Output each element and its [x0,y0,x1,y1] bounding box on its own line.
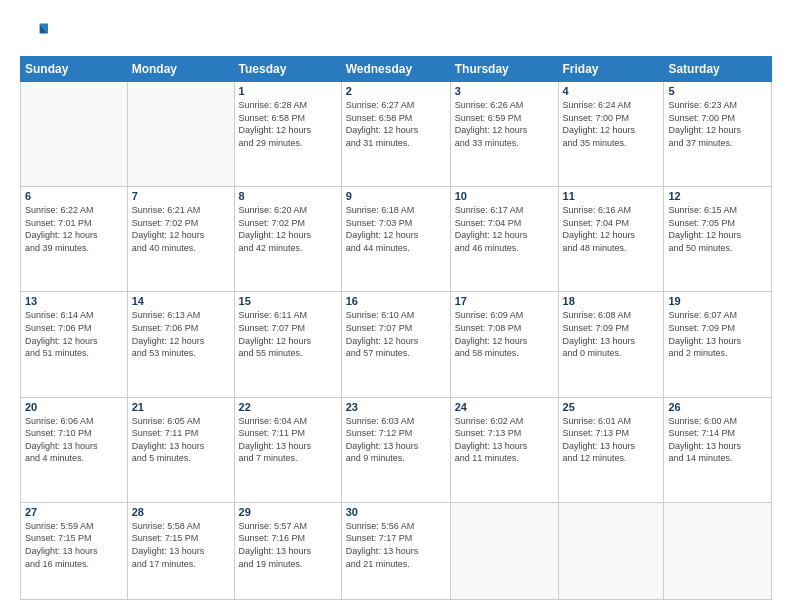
day-cell [21,82,128,187]
page: SundayMondayTuesdayWednesdayThursdayFrid… [0,0,792,612]
calendar-table: SundayMondayTuesdayWednesdayThursdayFrid… [20,56,772,600]
week-row-2: 6Sunrise: 6:22 AM Sunset: 7:01 PM Daylig… [21,187,772,292]
day-info: Sunrise: 6:11 AM Sunset: 7:07 PM Dayligh… [239,309,337,359]
day-cell: 27Sunrise: 5:59 AM Sunset: 7:15 PM Dayli… [21,502,128,599]
day-cell: 22Sunrise: 6:04 AM Sunset: 7:11 PM Dayli… [234,397,341,502]
logo-icon [20,18,48,46]
day-cell: 4Sunrise: 6:24 AM Sunset: 7:00 PM Daylig… [558,82,664,187]
day-info: Sunrise: 6:17 AM Sunset: 7:04 PM Dayligh… [455,204,554,254]
day-number: 3 [455,85,554,97]
day-number: 14 [132,295,230,307]
day-cell: 6Sunrise: 6:22 AM Sunset: 7:01 PM Daylig… [21,187,128,292]
day-number: 17 [455,295,554,307]
day-number: 24 [455,401,554,413]
day-cell: 14Sunrise: 6:13 AM Sunset: 7:06 PM Dayli… [127,292,234,397]
day-info: Sunrise: 5:57 AM Sunset: 7:16 PM Dayligh… [239,520,337,570]
day-info: Sunrise: 6:08 AM Sunset: 7:09 PM Dayligh… [563,309,660,359]
day-info: Sunrise: 6:14 AM Sunset: 7:06 PM Dayligh… [25,309,123,359]
week-row-3: 13Sunrise: 6:14 AM Sunset: 7:06 PM Dayli… [21,292,772,397]
day-number: 7 [132,190,230,202]
day-number: 12 [668,190,767,202]
day-info: Sunrise: 6:16 AM Sunset: 7:04 PM Dayligh… [563,204,660,254]
logo [20,18,52,46]
day-cell: 8Sunrise: 6:20 AM Sunset: 7:02 PM Daylig… [234,187,341,292]
week-row-4: 20Sunrise: 6:06 AM Sunset: 7:10 PM Dayli… [21,397,772,502]
day-number: 28 [132,506,230,518]
header-sunday: Sunday [21,57,128,82]
day-number: 9 [346,190,446,202]
day-number: 23 [346,401,446,413]
day-number: 2 [346,85,446,97]
week-row-5: 27Sunrise: 5:59 AM Sunset: 7:15 PM Dayli… [21,502,772,599]
day-number: 19 [668,295,767,307]
day-info: Sunrise: 6:21 AM Sunset: 7:02 PM Dayligh… [132,204,230,254]
day-cell: 11Sunrise: 6:16 AM Sunset: 7:04 PM Dayli… [558,187,664,292]
day-info: Sunrise: 6:04 AM Sunset: 7:11 PM Dayligh… [239,415,337,465]
day-cell: 10Sunrise: 6:17 AM Sunset: 7:04 PM Dayli… [450,187,558,292]
day-cell: 18Sunrise: 6:08 AM Sunset: 7:09 PM Dayli… [558,292,664,397]
header-friday: Friday [558,57,664,82]
day-cell [558,502,664,599]
day-info: Sunrise: 5:58 AM Sunset: 7:15 PM Dayligh… [132,520,230,570]
day-info: Sunrise: 6:03 AM Sunset: 7:12 PM Dayligh… [346,415,446,465]
day-info: Sunrise: 6:15 AM Sunset: 7:05 PM Dayligh… [668,204,767,254]
day-number: 5 [668,85,767,97]
day-cell: 2Sunrise: 6:27 AM Sunset: 6:58 PM Daylig… [341,82,450,187]
day-info: Sunrise: 6:10 AM Sunset: 7:07 PM Dayligh… [346,309,446,359]
day-cell: 30Sunrise: 5:56 AM Sunset: 7:17 PM Dayli… [341,502,450,599]
day-cell: 1Sunrise: 6:28 AM Sunset: 6:58 PM Daylig… [234,82,341,187]
day-info: Sunrise: 6:13 AM Sunset: 7:06 PM Dayligh… [132,309,230,359]
header-wednesday: Wednesday [341,57,450,82]
day-number: 6 [25,190,123,202]
day-cell: 24Sunrise: 6:02 AM Sunset: 7:13 PM Dayli… [450,397,558,502]
day-number: 10 [455,190,554,202]
day-info: Sunrise: 6:05 AM Sunset: 7:11 PM Dayligh… [132,415,230,465]
day-number: 13 [25,295,123,307]
day-cell: 23Sunrise: 6:03 AM Sunset: 7:12 PM Dayli… [341,397,450,502]
day-info: Sunrise: 6:20 AM Sunset: 7:02 PM Dayligh… [239,204,337,254]
day-info: Sunrise: 6:02 AM Sunset: 7:13 PM Dayligh… [455,415,554,465]
header-row: SundayMondayTuesdayWednesdayThursdayFrid… [21,57,772,82]
day-cell: 26Sunrise: 6:00 AM Sunset: 7:14 PM Dayli… [664,397,772,502]
day-info: Sunrise: 6:01 AM Sunset: 7:13 PM Dayligh… [563,415,660,465]
day-cell: 12Sunrise: 6:15 AM Sunset: 7:05 PM Dayli… [664,187,772,292]
header-saturday: Saturday [664,57,772,82]
day-number: 15 [239,295,337,307]
day-number: 16 [346,295,446,307]
day-info: Sunrise: 5:56 AM Sunset: 7:17 PM Dayligh… [346,520,446,570]
header-monday: Monday [127,57,234,82]
day-number: 18 [563,295,660,307]
day-number: 8 [239,190,337,202]
day-cell: 17Sunrise: 6:09 AM Sunset: 7:08 PM Dayli… [450,292,558,397]
day-number: 27 [25,506,123,518]
day-number: 29 [239,506,337,518]
day-number: 11 [563,190,660,202]
day-cell: 15Sunrise: 6:11 AM Sunset: 7:07 PM Dayli… [234,292,341,397]
header-tuesday: Tuesday [234,57,341,82]
header-thursday: Thursday [450,57,558,82]
day-info: Sunrise: 6:07 AM Sunset: 7:09 PM Dayligh… [668,309,767,359]
week-row-1: 1Sunrise: 6:28 AM Sunset: 6:58 PM Daylig… [21,82,772,187]
day-info: Sunrise: 6:09 AM Sunset: 7:08 PM Dayligh… [455,309,554,359]
day-cell: 9Sunrise: 6:18 AM Sunset: 7:03 PM Daylig… [341,187,450,292]
day-number: 22 [239,401,337,413]
day-number: 4 [563,85,660,97]
day-cell: 3Sunrise: 6:26 AM Sunset: 6:59 PM Daylig… [450,82,558,187]
day-cell: 7Sunrise: 6:21 AM Sunset: 7:02 PM Daylig… [127,187,234,292]
day-info: Sunrise: 6:27 AM Sunset: 6:58 PM Dayligh… [346,99,446,149]
day-cell: 5Sunrise: 6:23 AM Sunset: 7:00 PM Daylig… [664,82,772,187]
day-number: 30 [346,506,446,518]
day-info: Sunrise: 6:28 AM Sunset: 6:58 PM Dayligh… [239,99,337,149]
day-info: Sunrise: 5:59 AM Sunset: 7:15 PM Dayligh… [25,520,123,570]
day-info: Sunrise: 6:23 AM Sunset: 7:00 PM Dayligh… [668,99,767,149]
day-info: Sunrise: 6:00 AM Sunset: 7:14 PM Dayligh… [668,415,767,465]
day-info: Sunrise: 6:22 AM Sunset: 7:01 PM Dayligh… [25,204,123,254]
day-number: 20 [25,401,123,413]
day-cell [450,502,558,599]
day-number: 21 [132,401,230,413]
day-cell: 21Sunrise: 6:05 AM Sunset: 7:11 PM Dayli… [127,397,234,502]
day-cell: 25Sunrise: 6:01 AM Sunset: 7:13 PM Dayli… [558,397,664,502]
day-info: Sunrise: 6:06 AM Sunset: 7:10 PM Dayligh… [25,415,123,465]
header [20,18,772,46]
day-cell [664,502,772,599]
